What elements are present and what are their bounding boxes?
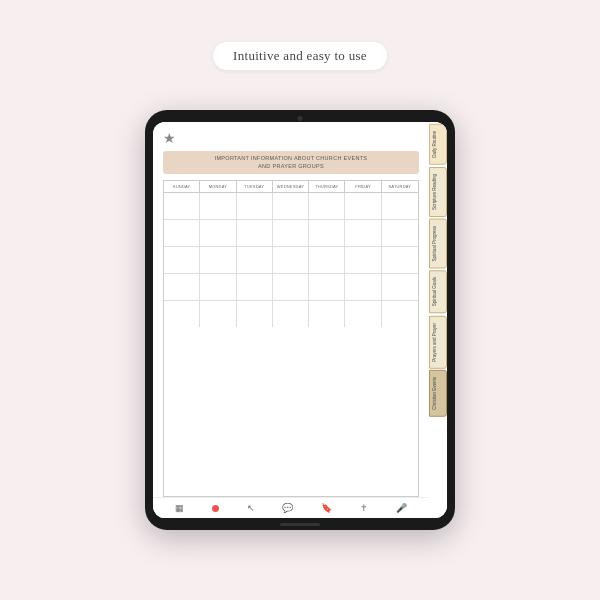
table-row [164, 193, 418, 220]
cal-header-thu: THURSDAY [309, 181, 345, 192]
cal-cell[interactable] [345, 193, 381, 219]
cal-cell[interactable] [237, 301, 273, 327]
calendar-area: SUNDAY MONDAY TUESDAY WEDNESDAY THURSDAY… [163, 180, 419, 497]
tablet-screen: ★ IMPORTANT INFORMATION ABOUT CHURCH EVE… [153, 122, 447, 518]
tab-prayers-prayer[interactable]: Prayers and Prayer [429, 316, 447, 369]
page-wrapper: Intuitive and easy to use ★ IMPORTANT IN… [0, 0, 600, 600]
cursor-icon[interactable]: ↖ [247, 503, 255, 513]
cal-cell[interactable] [237, 247, 273, 273]
calendar-header-row: SUNDAY MONDAY TUESDAY WEDNESDAY THURSDAY… [164, 181, 418, 193]
cal-cell[interactable] [164, 247, 200, 273]
cal-cell[interactable] [200, 193, 236, 219]
cal-cell[interactable] [309, 301, 345, 327]
cal-header-sat: SATURDAY [382, 181, 418, 192]
side-tabs: Daily Routine Scripture Reading Spiritua… [429, 122, 447, 518]
cal-cell[interactable] [309, 247, 345, 273]
cal-cell[interactable] [273, 193, 309, 219]
cal-cell[interactable] [237, 220, 273, 246]
cal-cell[interactable] [309, 274, 345, 300]
table-row [164, 274, 418, 301]
tablet-camera [298, 116, 303, 121]
tablet-frame: ★ IMPORTANT INFORMATION ABOUT CHURCH EVE… [145, 110, 455, 530]
tab-daily-routine[interactable]: Daily Routine [429, 124, 447, 165]
cal-cell[interactable] [345, 274, 381, 300]
tab-christian-events[interactable]: Christian Events [429, 370, 447, 417]
cal-cell[interactable] [345, 220, 381, 246]
cal-cell[interactable] [164, 193, 200, 219]
cal-cell[interactable] [309, 193, 345, 219]
cal-cell[interactable] [382, 274, 418, 300]
table-row [164, 247, 418, 274]
mic-icon[interactable]: 🎤 [396, 503, 407, 513]
cal-cell[interactable] [345, 247, 381, 273]
screen-main: ★ IMPORTANT INFORMATION ABOUT CHURCH EVE… [153, 122, 429, 518]
cal-cell[interactable] [382, 193, 418, 219]
tab-spiritual-progress[interactable]: Spiritual Progress [429, 219, 447, 269]
cal-cell[interactable] [309, 220, 345, 246]
cal-header-fri: FRIDAY [345, 181, 381, 192]
tagline-text: Intuitive and easy to use [233, 48, 367, 63]
bookmark-icon[interactable]: 🔖 [321, 503, 332, 513]
tagline-badge: Intuitive and easy to use [213, 42, 387, 70]
cal-cell[interactable] [273, 247, 309, 273]
cal-cell[interactable] [200, 247, 236, 273]
red-dot-icon[interactable] [212, 505, 219, 512]
cal-cell[interactable] [164, 274, 200, 300]
cal-cell[interactable] [200, 274, 236, 300]
table-row [164, 301, 418, 327]
star-icon: ★ [163, 130, 176, 147]
cal-header-tue: TUESDAY [237, 181, 273, 192]
title-banner: IMPORTANT INFORMATION ABOUT CHURCH EVENT… [163, 151, 419, 174]
cal-cell[interactable] [200, 220, 236, 246]
cal-cell[interactable] [273, 274, 309, 300]
cal-cell[interactable] [382, 247, 418, 273]
calendar-body [164, 193, 418, 327]
cal-cell[interactable] [164, 301, 200, 327]
cal-cell[interactable] [237, 193, 273, 219]
cal-cell[interactable] [382, 220, 418, 246]
cal-cell[interactable] [345, 301, 381, 327]
cal-cell[interactable] [200, 301, 236, 327]
chat-icon[interactable]: 💬 [282, 503, 293, 513]
screen-header: ★ [153, 122, 429, 151]
cal-cell[interactable] [382, 301, 418, 327]
cal-cell[interactable] [164, 220, 200, 246]
tab-spiritual-goals[interactable]: Spiritual Goals [429, 270, 447, 313]
table-row [164, 220, 418, 247]
tab-scripture-reading[interactable]: Scripture Reading [429, 167, 447, 217]
cal-header-mon: MONDAY [200, 181, 236, 192]
cal-header-sun: SUNDAY [164, 181, 200, 192]
cal-cell[interactable] [273, 301, 309, 327]
cal-header-wed: WEDNESDAY [273, 181, 309, 192]
grid-icon[interactable]: ▦ [175, 503, 184, 513]
cal-cell[interactable] [237, 274, 273, 300]
cross-icon[interactable]: ✝ [360, 503, 368, 513]
tablet-home-indicator [280, 523, 320, 526]
cal-cell[interactable] [273, 220, 309, 246]
screen-toolbar: ▦ ↖ 💬 🔖 ✝ 🎤 [153, 497, 429, 518]
title-banner-text: IMPORTANT INFORMATION ABOUT CHURCH EVENT… [171, 155, 411, 170]
